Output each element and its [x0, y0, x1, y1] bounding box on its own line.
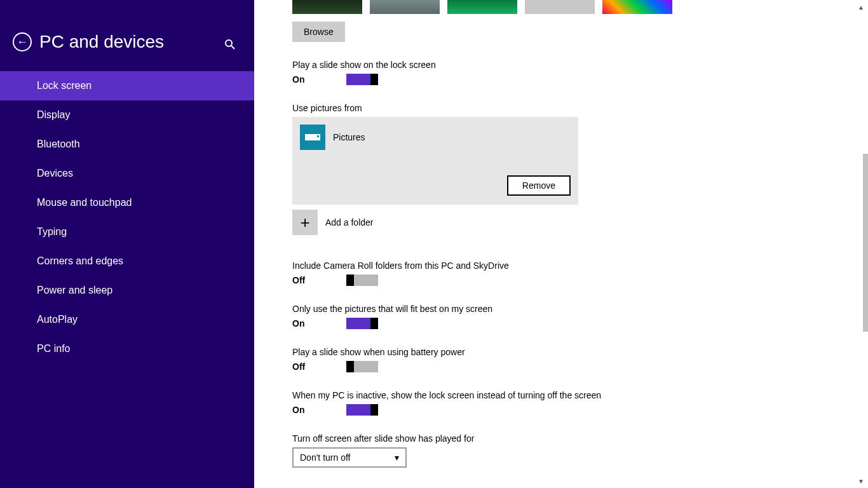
battery-label: Play a slide show when using battery pow…: [292, 347, 868, 357]
inactive-label: When my PC is inactive, show the lock sc…: [292, 390, 868, 400]
battery-state: Off: [292, 362, 346, 372]
back-button[interactable]: ←: [13, 32, 32, 51]
sidebar-header: ← PC and devices: [0, 0, 254, 71]
battery-toggle[interactable]: [346, 361, 378, 372]
svg-point-0: [226, 40, 232, 46]
sidebar-item-mouse-touchpad[interactable]: Mouse and touchpad: [0, 188, 254, 217]
turn-off-label: Turn off screen after slide show has pla…: [292, 433, 868, 444]
pictures-folder-name: Pictures: [333, 132, 365, 142]
nav: Lock screen Display Bluetooth Devices Mo…: [0, 71, 254, 363]
use-pictures-label: Use pictures from: [292, 103, 868, 113]
add-folder-button[interactable]: +: [292, 210, 318, 235]
lockscreen-thumb[interactable]: [602, 0, 672, 14]
lockscreen-thumb[interactable]: [447, 0, 517, 14]
toggle-knob: [346, 274, 354, 286]
fit-best-toggle[interactable]: [346, 318, 378, 329]
sidebar-item-lock-screen[interactable]: Lock screen: [0, 71, 254, 100]
scroll-track[interactable]: [854, 14, 868, 474]
scroll-down-icon[interactable]: ▼: [854, 474, 868, 488]
sidebar-item-devices[interactable]: Devices: [0, 159, 254, 188]
fit-best-state: On: [292, 318, 346, 329]
fit-best-label: Only use the pictures that will fit best…: [292, 304, 868, 314]
camera-roll-state: Off: [292, 275, 346, 285]
lockscreen-thumb[interactable]: [292, 0, 362, 14]
sidebar-item-autoplay[interactable]: AutoPlay: [0, 305, 254, 334]
toggle-knob: [370, 318, 378, 329]
lockscreen-thumb[interactable]: [525, 0, 595, 14]
sidebar-item-typing[interactable]: Typing: [0, 217, 254, 247]
slideshow-state: On: [292, 74, 346, 85]
sidebar-item-corners-edges[interactable]: Corners and edges: [0, 247, 254, 276]
plus-icon: +: [300, 213, 309, 233]
page-title: PC and devices: [39, 32, 164, 52]
turn-off-value: Don't turn off: [300, 452, 350, 463]
sidebar: ← PC and devices Lock screen Display Blu…: [0, 0, 254, 488]
slideshow-label: Play a slide show on the lock screen: [292, 60, 868, 70]
chevron-down-icon: ▾: [395, 452, 399, 463]
pictures-folder-box: Pictures Remove: [292, 117, 578, 205]
scroll-thumb[interactable]: [863, 154, 868, 332]
lockscreen-thumbnails: [292, 0, 868, 14]
turn-off-dropdown[interactable]: Don't turn off ▾: [292, 447, 407, 468]
toggle-knob: [370, 404, 378, 416]
remove-button[interactable]: Remove: [507, 175, 571, 196]
svg-line-1: [231, 46, 234, 49]
scroll-up-icon[interactable]: ▲: [854, 0, 868, 14]
toggle-knob: [370, 74, 378, 85]
content-panel: Browse Play a slide show on the lock scr…: [254, 0, 868, 488]
pictures-folder-row[interactable]: Pictures: [300, 125, 571, 150]
toggle-knob: [346, 361, 354, 372]
scrollbar[interactable]: ▲ ▼: [854, 0, 868, 488]
back-arrow-icon: ←: [17, 36, 28, 48]
add-folder-label: Add a folder: [325, 217, 374, 227]
camera-roll-label: Include Camera Roll folders from this PC…: [292, 261, 868, 271]
sidebar-item-pc-info[interactable]: PC info: [0, 334, 254, 363]
slideshow-toggle[interactable]: [346, 74, 378, 85]
search-icon[interactable]: [225, 39, 235, 52]
sidebar-item-display[interactable]: Display: [0, 100, 254, 130]
sidebar-item-bluetooth[interactable]: Bluetooth: [0, 130, 254, 159]
sidebar-item-power-sleep[interactable]: Power and sleep: [0, 276, 254, 305]
camera-roll-toggle[interactable]: [346, 274, 378, 286]
inactive-state: On: [292, 405, 346, 415]
lockscreen-thumb[interactable]: [370, 0, 440, 14]
inactive-toggle[interactable]: [346, 404, 378, 416]
folder-icon: [300, 125, 325, 150]
browse-button[interactable]: Browse: [292, 22, 345, 42]
